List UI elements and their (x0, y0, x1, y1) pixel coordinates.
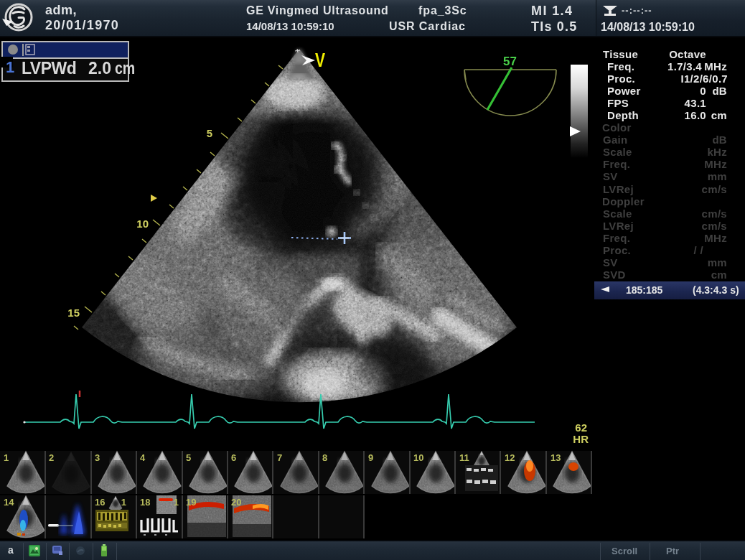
svg-text:14: 14 (4, 497, 14, 508)
svg-text:1: 1 (121, 497, 126, 508)
svg-text:4: 4 (140, 452, 146, 463)
svg-text:6: 6 (231, 452, 236, 463)
svg-text:11: 11 (459, 452, 469, 463)
svg-text:10: 10 (413, 452, 423, 463)
svg-text:12: 12 (505, 452, 515, 463)
svg-text:HR: HR (573, 433, 589, 445)
svg-text:10: 10 (136, 218, 149, 230)
svg-text:13: 13 (550, 452, 561, 463)
svg-text:V: V (315, 49, 325, 70)
svg-text:8: 8 (322, 452, 327, 463)
svg-text:16: 16 (95, 497, 105, 508)
svg-text:1: 1 (4, 452, 9, 463)
svg-text:18: 18 (140, 497, 150, 508)
svg-text:1: 1 (174, 497, 179, 508)
svg-text:15: 15 (67, 307, 80, 319)
svg-text:3: 3 (95, 452, 100, 463)
svg-text:5: 5 (186, 452, 191, 463)
svg-text:5: 5 (207, 127, 212, 139)
svg-text:62: 62 (575, 421, 587, 434)
svg-text:20: 20 (231, 497, 241, 508)
svg-text:9: 9 (368, 452, 373, 463)
svg-text:57: 57 (503, 55, 517, 68)
svg-text:19: 19 (186, 497, 196, 508)
svg-text:7: 7 (277, 452, 282, 463)
svg-text:2: 2 (49, 452, 54, 463)
